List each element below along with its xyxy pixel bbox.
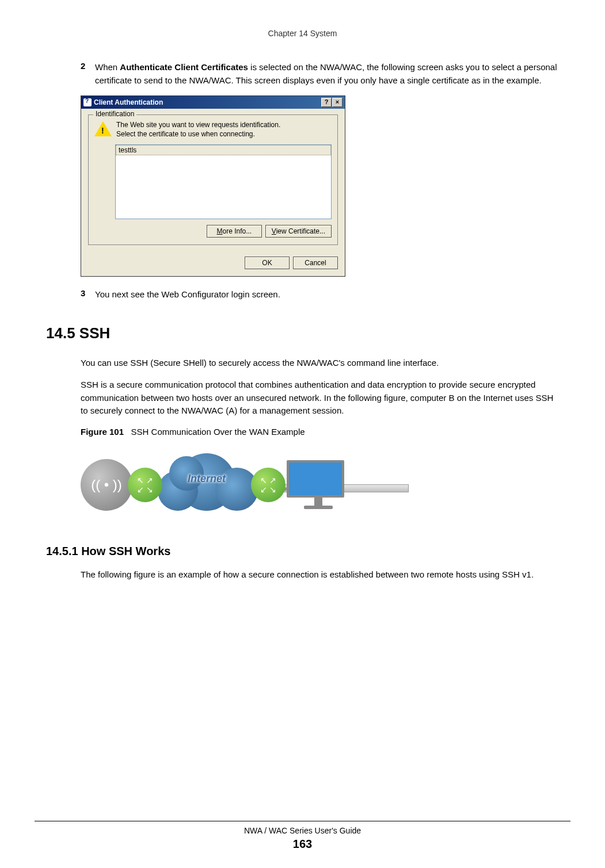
ssh-para1: You can use SSH (Secure SHell) to secure… xyxy=(81,357,559,370)
fieldset-legend: Identification xyxy=(93,110,136,118)
router-node-icon-2: ↖↗↙↘ xyxy=(251,468,286,502)
figure-caption: Figure 101 SSH Communication Over the WA… xyxy=(81,427,559,437)
ident-line2: Select the certificate to use when conne… xyxy=(116,130,280,139)
ssh-para2: SSH is a secure communication protocol t… xyxy=(81,378,559,418)
more-info-accesskey: M xyxy=(216,227,222,235)
footer-guide-name: NWA / WAC Series User's Guide xyxy=(0,826,605,835)
cancel-button[interactable]: Cancel xyxy=(293,257,338,269)
ssh-diagram: Secure Connection (( • )) ↖↗↙↘ Internet … xyxy=(81,445,570,525)
step-2: 2 When Authenticate Client Certificates … xyxy=(81,61,559,87)
figure-text: SSH Communication Over the WAN Example xyxy=(131,427,305,437)
step-3: 3 You next see the Web Configurator logi… xyxy=(81,288,559,301)
step-number: 2 xyxy=(81,61,95,87)
figure-label: Figure 101 xyxy=(81,427,124,437)
identification-fieldset: Identification The Web site you want to … xyxy=(88,114,338,245)
step2-pre: When xyxy=(95,62,120,72)
page-number: 163 xyxy=(0,838,605,851)
close-button[interactable]: × xyxy=(332,98,343,107)
step-text: You next see the Web Configurator login … xyxy=(95,288,559,301)
dialog-title-icon xyxy=(83,98,92,106)
view-certificate-button[interactable]: View Certificate... xyxy=(265,225,332,238)
router-node-icon: ↖↗↙↘ xyxy=(128,468,162,502)
ok-button[interactable]: OK xyxy=(245,257,290,269)
certificate-list[interactable]: testtls xyxy=(115,144,332,219)
subsection-heading-how-ssh-works: 14.5.1 How SSH Works xyxy=(46,545,570,558)
how-ssh-para: The following figure is an example of ho… xyxy=(81,568,559,582)
client-auth-dialog: Client Authentication ? × Identification… xyxy=(81,95,345,277)
warning-icon xyxy=(94,121,112,137)
internet-cloud-icon: Internet xyxy=(152,448,261,522)
chapter-header: Chapter 14 System xyxy=(35,29,570,38)
certificate-item[interactable]: testtls xyxy=(116,145,331,155)
step-number: 3 xyxy=(81,288,95,301)
internet-label: Internet xyxy=(152,473,261,485)
wifi-label: (( • )) xyxy=(91,477,122,493)
dialog-titlebar: Client Authentication ? × xyxy=(81,96,345,109)
identification-text: The Web site you want to view requests i… xyxy=(116,121,280,139)
view-cert-accesskey: V xyxy=(272,227,276,235)
section-heading-ssh: 14.5 SSH xyxy=(46,324,570,342)
more-info-button[interactable]: More Info... xyxy=(207,225,262,238)
help-button[interactable]: ? xyxy=(321,98,332,107)
wifi-node-icon: (( • )) xyxy=(81,459,132,511)
dialog-title: Client Authentication xyxy=(94,98,163,106)
step-text: When Authenticate Client Certificates is… xyxy=(95,61,559,87)
ident-line1: The Web site you want to view requests i… xyxy=(116,121,280,130)
monitor-icon xyxy=(287,460,350,509)
page-footer: NWA / WAC Series User's Guide 163 xyxy=(0,821,605,851)
step2-bold: Authenticate Client Certificates xyxy=(120,62,248,72)
